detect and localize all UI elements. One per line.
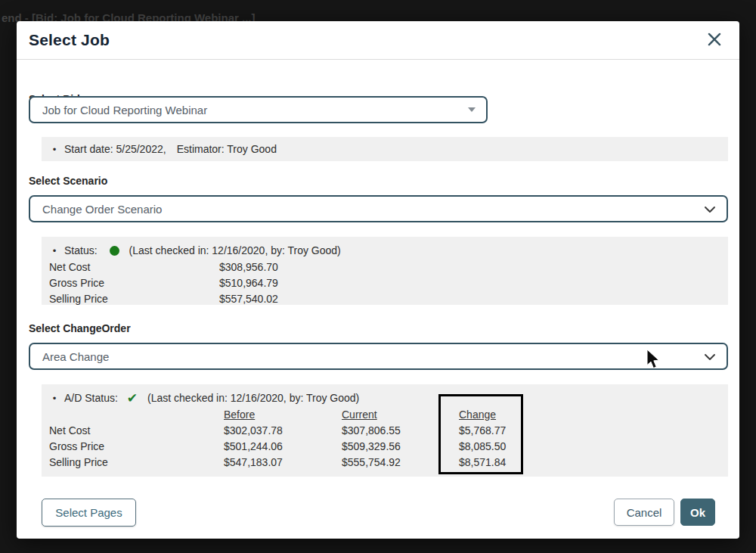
row-value: $308,956.70 [219, 261, 278, 273]
changeorder-status-panel: • A/D Status: ✔ (Last checked in: 12/16/… [42, 384, 728, 477]
cell-current: $307,806.55 [342, 422, 459, 438]
scenario-status-panel: • Status: (Last checked in: 12/16/2020, … [42, 237, 728, 305]
bid-estimator: Estimator: Troy Good [177, 143, 277, 155]
close-icon [705, 30, 724, 51]
ok-button[interactable]: Ok [680, 499, 715, 526]
bid-dropdown[interactable]: Job for Cloud Reporting Webinar [29, 96, 488, 123]
cell-before: $547,183.07 [224, 454, 342, 470]
scenario-gross-price-row: Gross Price $510,964.79 [45, 275, 728, 290]
scenario-status-note: (Last checked in: 12/16/2020, by: Troy G… [129, 244, 341, 256]
bullet-icon: • [45, 393, 64, 404]
cell-before: $302,037.78 [224, 422, 342, 438]
close-button[interactable] [703, 29, 726, 51]
bullet-icon: • [45, 144, 64, 155]
cell-change: $8,085.50 [459, 438, 728, 454]
bid-start-date: Start date: 5/25/2022, [64, 143, 166, 155]
scenario-dropdown-value: Change Order Scenario [42, 203, 704, 216]
cell-change: $5,768.77 [459, 422, 728, 438]
cell-current: $555,754.92 [342, 454, 459, 470]
changeorder-dropdown-value: Area Change [42, 350, 704, 363]
bullet-icon: • [45, 245, 64, 256]
changeorder-status-note: (Last checked in: 12/16/2020, by: Troy G… [147, 392, 359, 404]
cell-before: $501,244.06 [224, 438, 342, 454]
scenario-status-label: Status: [64, 244, 98, 256]
column-header-change: Change [459, 406, 728, 422]
cell-change: $8,571.84 [459, 454, 728, 470]
scenario-net-cost-row: Net Cost $308,956.70 [45, 259, 728, 275]
select-scenario-label: Select Scenario [29, 175, 107, 187]
bid-info-panel: • Start date: 5/25/2022, Estimator: Troy… [42, 137, 728, 161]
row-label: Gross Price [45, 277, 219, 289]
row-label: Selling Price [45, 293, 219, 305]
row-value: $510,964.79 [219, 277, 278, 289]
chevron-down-icon [704, 203, 716, 216]
scenario-selling-price-row: Selling Price $557,540.02 [45, 290, 728, 306]
status-green-dot-icon [110, 246, 119, 256]
select-pages-button[interactable]: Select Pages [42, 499, 136, 527]
row-label: Net Cost [49, 422, 224, 438]
row-label: Selling Price [49, 454, 224, 470]
row-label: Gross Price [49, 438, 224, 454]
row-value: $557,540.02 [219, 293, 278, 305]
scenario-dropdown[interactable]: Change Order Scenario [29, 195, 728, 222]
select-changeorder-label: Select ChangeOrder [29, 322, 131, 334]
cancel-button[interactable]: Cancel [614, 499, 674, 526]
column-header-before: Before [224, 406, 342, 422]
status-checkmark-icon: ✔ [127, 392, 138, 405]
changeorder-dropdown[interactable]: Area Change [29, 343, 728, 370]
chevron-down-icon [704, 350, 716, 363]
cell-current: $509,329.56 [342, 438, 459, 454]
dialog-header: Select Job [17, 21, 739, 60]
dialog-title: Select Job [29, 31, 110, 49]
changeorder-status-label: A/D Status: [64, 392, 118, 404]
column-header-current: Current [342, 406, 459, 422]
row-label: Net Cost [45, 261, 219, 273]
dropdown-arrow-icon [468, 107, 476, 112]
changeorder-comparison-table: Before Current Change Net Cost $302,037.… [45, 406, 728, 470]
bid-dropdown-value: Job for Cloud Reporting Webinar [42, 104, 468, 117]
select-job-dialog: Select Job Select Bid Job for Cloud Repo… [17, 21, 739, 539]
